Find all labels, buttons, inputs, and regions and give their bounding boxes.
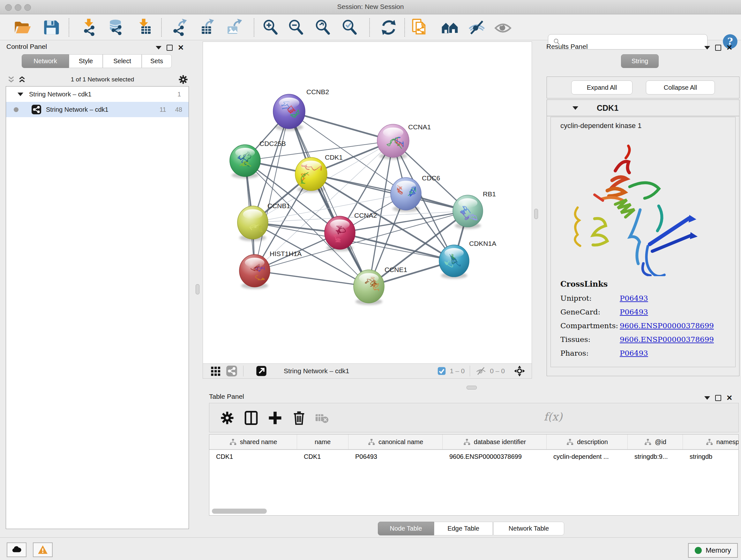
node-CDK1[interactable] [295, 158, 327, 192]
split-columns-icon[interactable] [243, 410, 259, 426]
open-folder-icon[interactable] [12, 18, 32, 37]
table-cell[interactable]: stringdb:9... [628, 450, 683, 463]
expand-all-icon[interactable] [17, 75, 27, 84]
node-CCNE1[interactable] [354, 270, 384, 305]
memory-button[interactable]: Memory [688, 543, 738, 558]
column-header-namespace[interactable]: namespace [683, 435, 739, 449]
import-network-icon[interactable] [79, 18, 99, 37]
gear-icon[interactable] [178, 74, 189, 85]
table-cell[interactable]: P06493 [348, 450, 443, 463]
warning-button[interactable] [33, 543, 53, 557]
show-all-icon[interactable] [493, 18, 513, 37]
refresh-icon[interactable] [379, 18, 399, 37]
node-CDC25B[interactable] [230, 145, 260, 179]
panel-close-icon[interactable]: ✕ [178, 45, 184, 50]
tree-expand-icon[interactable] [17, 92, 23, 96]
add-column-icon[interactable] [267, 410, 283, 426]
column-header-canonical-name[interactable]: canonical name [348, 435, 443, 449]
tab-style[interactable]: Style [69, 54, 103, 68]
left-splitter-handle[interactable] [196, 284, 199, 294]
tab-network[interactable]: Network [22, 54, 69, 68]
cloud-button[interactable] [7, 543, 26, 557]
right-splitter-handle[interactable] [534, 209, 538, 219]
results-gene-header[interactable]: CDK1 [547, 100, 739, 116]
zoom-in-icon[interactable] [261, 18, 280, 37]
save-session-icon[interactable] [41, 18, 61, 37]
column-header-shared-name[interactable]: shared name [209, 435, 297, 449]
panel-close-icon[interactable]: ✕ [726, 395, 732, 400]
selected-checkbox-icon[interactable] [437, 367, 446, 375]
table-cell[interactable]: cyclin-dependent ... [547, 450, 628, 463]
network-view[interactable]: CCNB2CCNA1CDC25BCDK1CDC6RB1CCNB1CCNA2CDK… [203, 42, 532, 379]
column-header--id[interactable]: @id [628, 435, 683, 449]
table-cell[interactable]: stringdb [683, 450, 739, 463]
tab-select[interactable]: Select [103, 54, 142, 68]
node-CDC6[interactable] [391, 178, 421, 212]
network-collection-row[interactable]: String Network – cdk1 1 [6, 86, 189, 102]
edge-CDK1-RB1[interactable] [311, 174, 468, 211]
node-CCNA2[interactable] [325, 216, 355, 251]
new-network-from-selection-icon[interactable] [410, 18, 429, 37]
network-graph[interactable]: CCNB2CCNA1CDC25BCDK1CDC6RB1CCNB1CCNA2CDK… [203, 42, 532, 364]
scrollbar-thumb[interactable] [212, 509, 267, 514]
column-header-description[interactable]: description [547, 435, 628, 449]
hide-selected-icon[interactable] [467, 18, 487, 37]
crosslink-link[interactable]: P06493 [620, 349, 648, 357]
crosslink-link[interactable]: 9606.ENSP00000378699 [620, 321, 714, 330]
table-panel-controls: ✕ [704, 395, 732, 401]
panel-close-icon[interactable]: ✕ [726, 45, 732, 50]
edge-CCNB2-HIST1H1A[interactable] [255, 111, 289, 271]
crosslink-link[interactable]: 9606.ENSP00000378699 [620, 335, 714, 344]
panel-float-icon[interactable] [166, 45, 173, 51]
tab-sets[interactable]: Sets [142, 54, 172, 68]
zoom-out-icon[interactable] [286, 18, 306, 37]
panel-collapse-icon[interactable] [156, 46, 161, 50]
panel-float-icon[interactable] [715, 45, 721, 51]
node-table[interactable]: shared namenamecanonical namedatabase id… [209, 434, 739, 516]
tab-string[interactable]: String [621, 54, 659, 68]
panel-float-icon[interactable] [715, 395, 721, 401]
bottom-splitter-handle[interactable] [467, 386, 477, 389]
node-HIST1H1A[interactable] [239, 254, 270, 289]
birdseye-grid-icon[interactable] [210, 365, 221, 377]
string-view-icon[interactable] [226, 365, 238, 377]
collapse-all-button[interactable]: Collapse All [646, 80, 715, 95]
section-collapse-icon[interactable] [572, 106, 578, 110]
edge-HIST1H1A-CCNE1[interactable] [255, 271, 369, 287]
table-cell[interactable]: 9606.ENSP00000378699 [443, 450, 547, 463]
crosslink-link[interactable]: P06493 [620, 308, 648, 316]
node-CCNA1[interactable] [377, 124, 409, 159]
node-RB1[interactable] [453, 195, 483, 229]
column-header-name[interactable]: name [297, 435, 348, 449]
export-table-icon[interactable] [196, 18, 216, 37]
table-cell[interactable]: CDK1 [209, 450, 297, 463]
export-image-icon[interactable] [224, 18, 244, 37]
export-network-icon[interactable] [169, 18, 189, 37]
node-CDKN1A[interactable] [439, 245, 469, 279]
delete-column-icon[interactable] [291, 410, 307, 426]
panel-collapse-icon[interactable] [704, 396, 710, 400]
tab-network-table[interactable]: Network Table [493, 522, 564, 536]
network-row[interactable]: String Network – cdk1 11 48 [6, 102, 189, 117]
fit-content-crosshair-icon[interactable] [514, 365, 525, 377]
node-CCNB1[interactable] [238, 206, 268, 241]
zoom-selected-icon[interactable] [340, 18, 360, 37]
tab-edge-table[interactable]: Edge Table [434, 522, 493, 536]
panel-collapse-icon[interactable] [704, 46, 710, 50]
expand-all-button[interactable]: Expand All [571, 80, 632, 95]
table-horizontal-scrollbar[interactable] [210, 508, 737, 514]
edge-CCNB2-CCNE1[interactable] [289, 111, 369, 287]
open-in-window-icon[interactable] [256, 365, 267, 377]
zoom-fit-icon[interactable] [313, 18, 333, 37]
tab-node-table[interactable]: Node Table [378, 522, 434, 536]
import-table-icon[interactable] [134, 18, 154, 37]
table-row[interactable]: CDK1CDK1P064939606.ENSP00000378699cyclin… [209, 450, 738, 463]
import-database-icon[interactable] [107, 18, 127, 37]
collapse-all-icon[interactable] [6, 75, 17, 84]
column-header-database-identifier[interactable]: database identifier [443, 435, 547, 449]
first-neighbors-icon[interactable] [440, 18, 460, 37]
node-CCNB2[interactable] [273, 94, 305, 131]
crosslink-link[interactable]: P06493 [620, 294, 648, 302]
table-cell[interactable]: CDK1 [297, 450, 348, 463]
table-gear-icon[interactable] [219, 410, 235, 426]
